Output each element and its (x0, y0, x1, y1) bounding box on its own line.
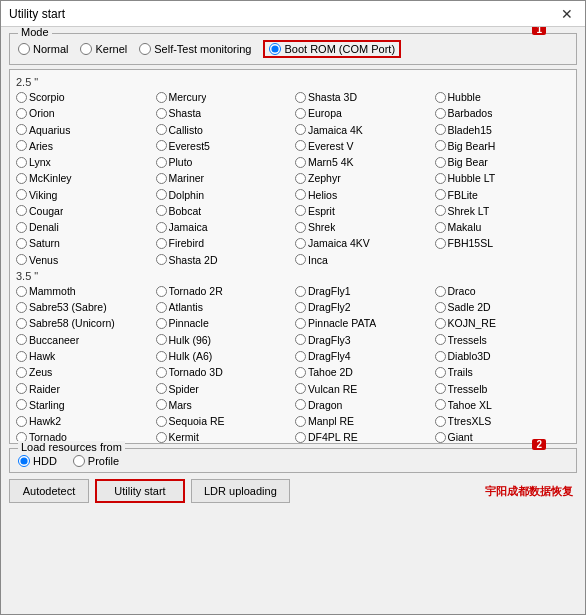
list-item[interactable]: Pinnacle PATA (295, 315, 431, 331)
list-item[interactable]: TtresXLS (435, 413, 571, 429)
dev-radio[interactable] (435, 189, 446, 200)
list-item[interactable]: DragFly2 (295, 299, 431, 315)
dev-radio[interactable] (156, 173, 167, 184)
dev-radio[interactable] (295, 351, 306, 362)
dev-radio[interactable] (295, 334, 306, 345)
dev-radio[interactable] (435, 157, 446, 168)
dev-radio[interactable] (156, 254, 167, 265)
dev-radio[interactable] (16, 157, 27, 168)
dev-radio[interactable] (16, 124, 27, 135)
dev-radio[interactable] (435, 302, 446, 313)
dev-radio[interactable] (156, 383, 167, 394)
dev-radio[interactable] (295, 399, 306, 410)
list-item[interactable]: Trails (435, 364, 571, 380)
dev-radio[interactable] (435, 108, 446, 119)
dev-radio[interactable] (16, 383, 27, 394)
dev-radio[interactable] (156, 367, 167, 378)
list-item[interactable]: Atlantis (156, 299, 292, 315)
dev-radio[interactable] (156, 318, 167, 329)
list-item[interactable]: Helios (295, 187, 431, 203)
dev-radio[interactable] (295, 124, 306, 135)
list-item[interactable]: Zephyr (295, 170, 431, 186)
dev-radio[interactable] (295, 286, 306, 297)
list-item[interactable]: Shasta 2D (156, 252, 292, 268)
dev-radio[interactable] (295, 254, 306, 265)
dev-radio[interactable] (16, 140, 27, 151)
dev-radio[interactable] (156, 140, 167, 151)
dev-radio[interactable] (295, 302, 306, 313)
list-item[interactable]: Aries (16, 138, 152, 154)
dev-radio[interactable] (156, 334, 167, 345)
list-item[interactable]: Lynx (16, 154, 152, 170)
list-item[interactable]: Firebird (156, 235, 292, 251)
dev-radio[interactable] (156, 238, 167, 249)
dev-radio[interactable] (16, 399, 27, 410)
dev-radio[interactable] (16, 334, 27, 345)
list-item[interactable]: Tressels (435, 332, 571, 348)
list-item[interactable]: FBLite (435, 187, 571, 203)
list-item[interactable]: Jamaica (156, 219, 292, 235)
list-item[interactable]: Aquarius (16, 122, 152, 138)
list-item[interactable]: Esprit (295, 203, 431, 219)
list-item[interactable]: Tornado 3D (156, 364, 292, 380)
list-item[interactable]: FBH15SL (435, 235, 571, 251)
list-item[interactable]: Sabre53 (Sabre) (16, 299, 152, 315)
list-item[interactable]: Jamaica 4KV (295, 235, 431, 251)
dev-radio[interactable] (295, 238, 306, 249)
list-item[interactable]: Spider (156, 381, 292, 397)
list-item[interactable]: Inca (295, 252, 431, 268)
dev-radio[interactable] (156, 124, 167, 135)
list-item[interactable]: Scorpio (16, 89, 152, 105)
list-item[interactable]: Shasta (156, 105, 292, 121)
mode-kernel-radio[interactable] (80, 43, 92, 55)
list-item[interactable]: Hawk2 (16, 413, 152, 429)
dev-radio[interactable] (435, 367, 446, 378)
dev-radio[interactable] (295, 367, 306, 378)
list-item[interactable]: Tornado 2R (156, 283, 292, 299)
dev-radio[interactable] (16, 318, 27, 329)
list-item[interactable]: Europa (295, 105, 431, 121)
dev-radio[interactable] (16, 189, 27, 200)
list-item[interactable]: Big Bear (435, 154, 571, 170)
dev-radio[interactable] (435, 92, 446, 103)
list-item[interactable]: DF4PL RE (295, 429, 431, 444)
list-item[interactable]: Diablo3D (435, 348, 571, 364)
dev-radio[interactable] (16, 302, 27, 313)
list-item[interactable]: Hubble (435, 89, 571, 105)
dev-radio[interactable] (16, 173, 27, 184)
dev-radio[interactable] (435, 205, 446, 216)
list-item[interactable]: Pinnacle (156, 315, 292, 331)
dev-radio[interactable] (295, 140, 306, 151)
list-item[interactable]: Hubble LT (435, 170, 571, 186)
load-profile-radio[interactable] (73, 455, 85, 467)
dev-radio[interactable] (435, 383, 446, 394)
dev-radio[interactable] (295, 189, 306, 200)
list-item[interactable]: Zeus (16, 364, 152, 380)
dev-radio[interactable] (295, 222, 306, 233)
list-item[interactable]: Makalu (435, 219, 571, 235)
dev-radio[interactable] (16, 92, 27, 103)
dev-radio[interactable] (156, 351, 167, 362)
list-item[interactable]: Tahoe 2D (295, 364, 431, 380)
dev-radio[interactable] (156, 399, 167, 410)
list-item[interactable]: DragFly1 (295, 283, 431, 299)
dev-radio[interactable] (156, 286, 167, 297)
load-hdd[interactable]: HDD (18, 455, 57, 467)
list-item[interactable]: Mariner (156, 170, 292, 186)
list-item[interactable]: DragFly4 (295, 348, 431, 364)
ldr-uploading-button[interactable]: LDR uploading (191, 479, 290, 503)
list-item[interactable]: Draco (435, 283, 571, 299)
mode-bootrom-radio[interactable] (269, 43, 281, 55)
list-item[interactable]: Viking (16, 187, 152, 203)
dev-radio[interactable] (295, 416, 306, 427)
mode-selftest-radio[interactable] (139, 43, 151, 55)
list-item[interactable]: KOJN_RE (435, 315, 571, 331)
dev-radio[interactable] (16, 222, 27, 233)
dev-radio[interactable] (295, 157, 306, 168)
dev-radio[interactable] (16, 351, 27, 362)
list-item[interactable]: Orion (16, 105, 152, 121)
mode-selftest[interactable]: Self-Test monitoring (139, 43, 251, 55)
dev-radio[interactable] (295, 318, 306, 329)
list-item[interactable]: Raider (16, 381, 152, 397)
dev-radio[interactable] (156, 189, 167, 200)
